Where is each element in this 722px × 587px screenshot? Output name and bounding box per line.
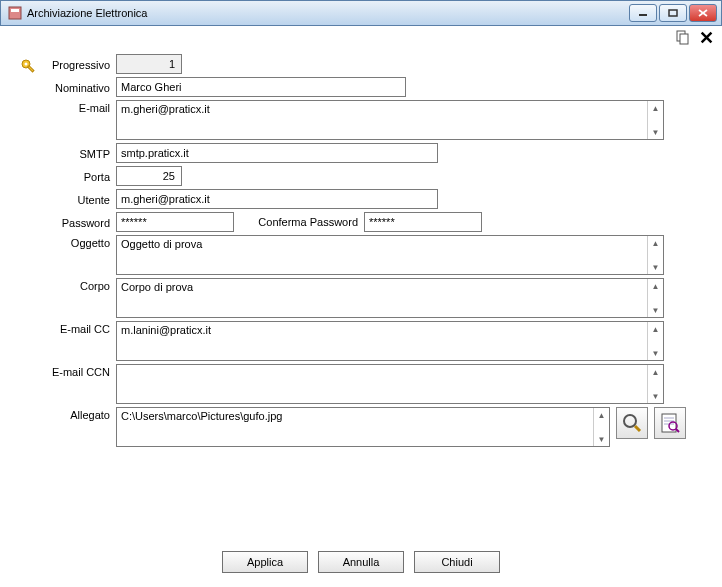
email-ccn-textarea[interactable] [117, 365, 647, 403]
bottom-button-bar: Applica Annulla Chiudi [0, 551, 722, 573]
label-email: E-mail [18, 100, 116, 114]
spin-down-icon[interactable]: ▼ [648, 260, 663, 274]
label-allegato: Allegato [18, 407, 116, 421]
spin-down-icon[interactable]: ▼ [648, 303, 663, 317]
oggetto-field[interactable]: ▲▼ [116, 235, 664, 275]
svg-rect-3 [669, 10, 677, 16]
corpo-textarea[interactable] [117, 279, 647, 317]
spin-up-icon[interactable]: ▲ [648, 322, 663, 336]
label-smtp: SMTP [18, 146, 116, 160]
label-corpo: Corpo [18, 278, 116, 292]
email-field[interactable]: ▲▼ [116, 100, 664, 140]
porta-field[interactable] [116, 166, 182, 186]
label-utente: Utente [18, 192, 116, 206]
minimize-button[interactable] [629, 4, 657, 22]
svg-line-12 [635, 426, 640, 431]
label-password: Password [18, 215, 116, 229]
password-field[interactable] [116, 212, 234, 232]
svg-rect-7 [680, 34, 688, 44]
spin-up-icon[interactable]: ▲ [594, 408, 609, 422]
utente-field[interactable] [116, 189, 438, 209]
email-textarea[interactable] [117, 101, 647, 139]
progressivo-field [116, 54, 182, 74]
chiudi-button[interactable]: Chiudi [414, 551, 500, 573]
annulla-button[interactable]: Annulla [318, 551, 404, 573]
spin-up-icon[interactable]: ▲ [648, 101, 663, 115]
email-cc-textarea[interactable] [117, 322, 647, 360]
conferma-password-field[interactable] [364, 212, 482, 232]
spin-down-icon[interactable]: ▼ [648, 346, 663, 360]
email-ccn-field[interactable]: ▲▼ [116, 364, 664, 404]
close-button[interactable] [689, 4, 717, 22]
copy-icon[interactable] [675, 29, 691, 48]
corpo-field[interactable]: ▲▼ [116, 278, 664, 318]
smtp-field[interactable] [116, 143, 438, 163]
svg-rect-10 [28, 66, 34, 72]
maximize-button[interactable] [659, 4, 687, 22]
email-cc-field[interactable]: ▲▼ [116, 321, 664, 361]
close-icon[interactable]: ✕ [699, 27, 714, 49]
allegato-field[interactable]: ▲▼ [116, 407, 610, 447]
app-icon [7, 5, 23, 21]
label-oggetto: Oggetto [18, 235, 116, 249]
oggetto-textarea[interactable] [117, 236, 647, 274]
svg-point-9 [25, 63, 28, 66]
svg-point-11 [624, 415, 636, 427]
spin-up-icon[interactable]: ▲ [648, 236, 663, 250]
browse-button[interactable] [616, 407, 648, 439]
svg-rect-1 [11, 9, 19, 12]
key-icon [20, 58, 38, 76]
window-title: Archiviazione Elettronica [27, 7, 629, 19]
page-magnifier-icon [659, 412, 681, 434]
label-email-ccn: E-mail CCN [18, 364, 116, 378]
toolbar-top: ✕ [0, 26, 722, 50]
allegato-textarea[interactable] [117, 408, 593, 446]
spin-up-icon[interactable]: ▲ [648, 365, 663, 379]
label-porta: Porta [18, 169, 116, 183]
magnifier-icon [621, 412, 643, 434]
label-conferma-password: Conferma Password [234, 216, 364, 228]
applica-button[interactable]: Applica [222, 551, 308, 573]
nominativo-field[interactable] [116, 77, 406, 97]
spin-down-icon[interactable]: ▼ [594, 432, 609, 446]
preview-button[interactable] [654, 407, 686, 439]
label-email-cc: E-mail CC [18, 321, 116, 335]
spin-down-icon[interactable]: ▼ [648, 125, 663, 139]
titlebar: Archiviazione Elettronica [0, 0, 722, 26]
spin-down-icon[interactable]: ▼ [648, 389, 663, 403]
spin-up-icon[interactable]: ▲ [648, 279, 663, 293]
label-nominativo: Nominativo [18, 80, 116, 94]
svg-rect-0 [9, 7, 21, 19]
